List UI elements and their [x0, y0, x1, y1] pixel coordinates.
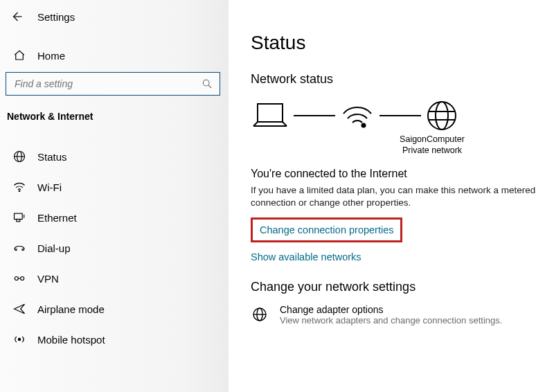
wifi-icon: [12, 180, 26, 194]
change-settings-heading: Change your network settings: [251, 280, 546, 294]
svg-point-13: [428, 102, 456, 130]
connected-description: If you have a limited data plan, you can…: [251, 184, 542, 209]
connector-line: [294, 115, 335, 116]
connector-line: [379, 115, 421, 116]
change-adapter-options[interactable]: Change adapter options View network adap…: [251, 304, 546, 326]
svg-point-3: [19, 190, 20, 192]
nav-wifi[interactable]: Wi-Fi: [6, 172, 223, 202]
nav-vpn[interactable]: VPN: [6, 263, 223, 294]
svg-point-14: [436, 102, 448, 130]
main-content: Status Network status SaigonComputer Pri…: [229, 0, 554, 392]
nav-airplane[interactable]: Airplane mode: [6, 294, 223, 324]
page-title: Status: [251, 32, 546, 54]
search-icon: [202, 78, 213, 89]
hotspot-icon: [12, 332, 26, 346]
laptop-icon: [251, 101, 289, 130]
home-icon: [12, 48, 26, 62]
adapter-label: Change adapter options: [280, 304, 502, 315]
svg-point-6: [15, 249, 17, 251]
svg-rect-5: [17, 220, 20, 222]
highlight-box: Change connection properties: [251, 217, 402, 242]
svg-rect-4: [15, 213, 23, 219]
status-icon: [12, 150, 26, 163]
show-available-networks-link[interactable]: Show available networks: [251, 251, 361, 262]
section-title: Network status: [251, 72, 546, 87]
airplane-icon: [12, 302, 26, 316]
svg-point-12: [362, 124, 366, 127]
svg-point-8: [15, 277, 18, 280]
back-arrow-icon: [10, 10, 23, 23]
network-type: Private network: [319, 145, 546, 156]
search-box[interactable]: [6, 72, 220, 96]
nav-dialup[interactable]: Dial-up: [6, 233, 223, 263]
network-diagram: [251, 99, 546, 132]
header: Settings: [6, 3, 223, 28]
connected-heading: You're connected to the Internet: [251, 168, 546, 180]
network-label: SaigonComputer Private network: [319, 134, 546, 157]
nav-label: Ethernet: [37, 212, 77, 224]
ethernet-icon: [12, 211, 26, 224]
nav-label: Wi-Fi: [37, 181, 62, 193]
change-connection-properties-link[interactable]: Change connection properties: [260, 224, 393, 235]
network-name: SaigonComputer: [319, 134, 546, 145]
svg-point-0: [203, 80, 209, 86]
svg-point-7: [22, 249, 24, 251]
nav-list: Status Wi-Fi Ethernet Dial-up: [6, 141, 223, 355]
wifi-signal-icon: [339, 101, 375, 130]
dialup-icon: [12, 241, 26, 255]
nav-label: Mobile hotspot: [37, 334, 105, 346]
vpn-icon: [12, 271, 26, 285]
search-input[interactable]: [13, 78, 193, 90]
nav-label: Airplane mode: [37, 303, 105, 315]
svg-point-10: [18, 338, 20, 340]
app-title: Settings: [37, 11, 75, 23]
svg-point-9: [21, 277, 24, 280]
sidebar: Settings Home Network & Internet Status: [0, 0, 229, 392]
nav-status[interactable]: Status: [6, 141, 223, 172]
home-nav[interactable]: Home: [6, 42, 223, 71]
adapter-desc: View network adapters and change connect…: [280, 315, 502, 326]
nav-label: Status: [37, 151, 67, 163]
home-label: Home: [37, 50, 65, 62]
category-title: Network & Internet: [6, 105, 223, 129]
nav-ethernet[interactable]: Ethernet: [6, 202, 223, 233]
back-button[interactable]: [7, 7, 26, 26]
nav-label: Dial-up: [37, 242, 71, 254]
nav-label: VPN: [37, 273, 59, 285]
svg-rect-11: [258, 104, 283, 122]
adapter-globe-icon: [251, 305, 269, 323]
globe-icon: [425, 99, 458, 132]
nav-hotspot[interactable]: Mobile hotspot: [6, 324, 223, 355]
